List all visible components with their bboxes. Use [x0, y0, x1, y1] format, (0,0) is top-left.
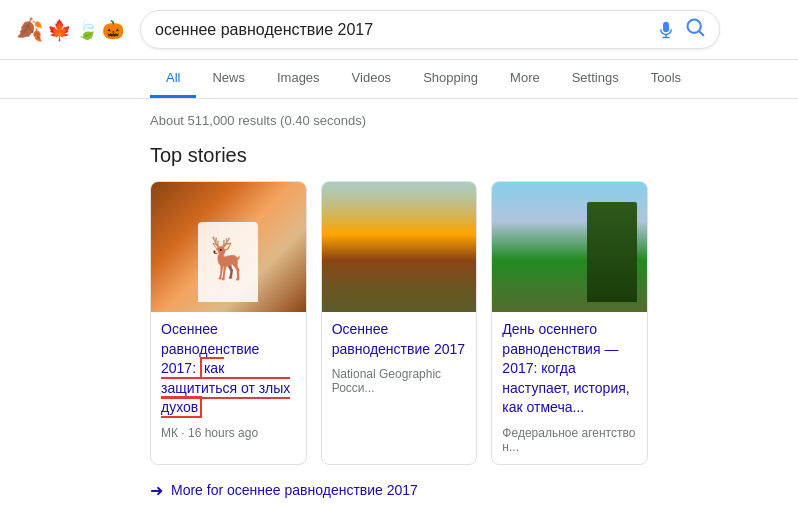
- search-icons: [657, 17, 705, 42]
- story-source-3: Федеральное агентство н...: [502, 426, 637, 454]
- story-image-2: [322, 182, 477, 312]
- story-content-2: Осеннее равноденствие 2017 National Geog…: [322, 312, 477, 405]
- story-source-1: МК · 16 hours ago: [161, 426, 296, 440]
- story-image-1: [151, 182, 306, 312]
- tab-more[interactable]: More: [494, 60, 556, 98]
- story-card-3[interactable]: День осеннего равноденствия — 2017: когд…: [491, 181, 648, 465]
- microphone-icon[interactable]: [657, 21, 675, 39]
- story-content-3: День осеннего равноденствия — 2017: когд…: [492, 312, 647, 464]
- tab-shopping[interactable]: Shopping: [407, 60, 494, 98]
- story-source-2: National Geographic Росси...: [332, 367, 467, 395]
- search-bar: [140, 10, 720, 49]
- story-title-3[interactable]: День осеннего равноденствия — 2017: когд…: [502, 320, 637, 418]
- arrow-right-icon: ➜: [150, 481, 163, 500]
- more-for-text: More for осеннее равноденствие 2017: [171, 482, 418, 498]
- tab-news[interactable]: News: [196, 60, 261, 98]
- results-count: About 511,000 results (0.40 seconds): [150, 107, 648, 128]
- tab-images[interactable]: Images: [261, 60, 336, 98]
- top-stories-grid: Осеннее равноденствие 2017: как защитить…: [150, 181, 648, 465]
- header: 🍂 🍁 🍃 🎃: [0, 0, 798, 60]
- section-title: Top stories: [150, 144, 648, 167]
- story-card-1[interactable]: Осеннее равноденствие 2017: как защитить…: [150, 181, 307, 465]
- story-title-2[interactable]: Осеннее равноденствие 2017: [332, 320, 467, 359]
- tab-all[interactable]: All: [150, 60, 196, 98]
- story-title-highlight-1: как защититься от злых духов: [161, 357, 290, 418]
- tab-settings[interactable]: Settings: [556, 60, 635, 98]
- logo: 🍂 🍁 🍃 🎃: [16, 17, 124, 43]
- leaf-icon-3: 🍃: [76, 19, 98, 41]
- story-content-1: Осеннее равноденствие 2017: как защитить…: [151, 312, 306, 450]
- svg-line-1: [699, 31, 703, 35]
- leaf-icon-2: 🍁: [47, 18, 72, 42]
- tab-tools[interactable]: Tools: [635, 60, 697, 98]
- search-input[interactable]: [155, 21, 647, 39]
- results-area: About 511,000 results (0.40 seconds) Top…: [0, 99, 798, 520]
- pumpkin-icon: 🎃: [102, 19, 124, 41]
- leaf-icon-1: 🍂: [16, 17, 43, 43]
- story-card-2[interactable]: Осеннее равноденствие 2017 National Geog…: [321, 181, 478, 465]
- search-button[interactable]: [685, 17, 705, 42]
- story-title-1[interactable]: Осеннее равноденствие 2017: как защитить…: [161, 320, 296, 418]
- story-image-3: [492, 182, 647, 312]
- nav-tabs: All News Images Videos Shopping More Set…: [0, 60, 798, 99]
- more-for-link[interactable]: ➜ More for осеннее равноденствие 2017: [150, 481, 648, 500]
- nav-right: Settings Tools: [556, 60, 697, 98]
- tab-videos[interactable]: Videos: [336, 60, 408, 98]
